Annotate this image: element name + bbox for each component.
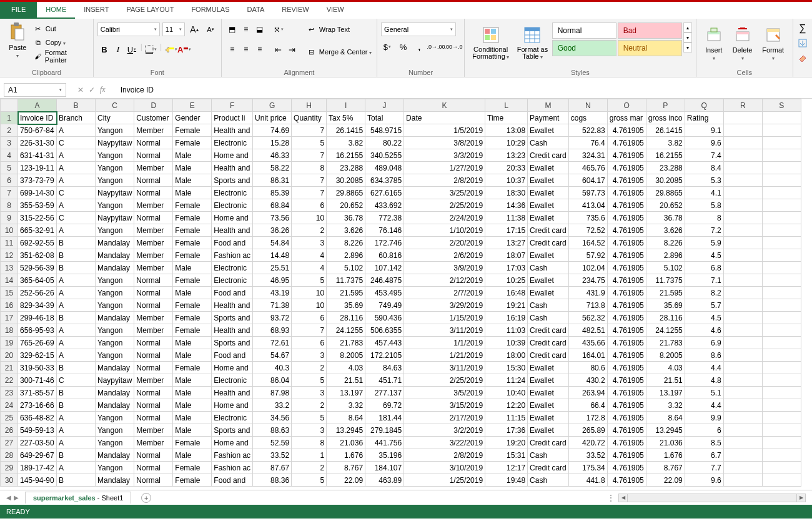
conditional-formatting-button[interactable]: Conditional Formatting [468, 22, 513, 63]
italic-button[interactable]: I [111, 42, 125, 56]
cell[interactable]: 4.761905 [607, 224, 646, 237]
cell[interactable]: 4.1 [685, 187, 723, 199]
cell[interactable]: 30.2085 [327, 174, 365, 187]
row-header[interactable]: 27 [1, 437, 18, 449]
cell[interactable]: 9.1 [685, 124, 723, 137]
align-right-button[interactable]: ≡ [253, 42, 267, 56]
row-header[interactable]: 18 [1, 324, 18, 337]
cell[interactable]: Health and [212, 299, 253, 312]
cell[interactable]: 74.69 [253, 124, 292, 137]
cell[interactable]: B [57, 262, 96, 274]
cell[interactable]: 175.34 [568, 462, 607, 474]
cell[interactable]: 33.52 [253, 449, 292, 462]
col-header-Q[interactable]: Q [685, 99, 723, 112]
cell[interactable]: 604.17 [568, 174, 607, 187]
row-header[interactable]: 1 [1, 112, 18, 124]
cell[interactable]: 58.22 [253, 162, 292, 174]
cell[interactable]: 17:03 [485, 262, 528, 274]
cell[interactable]: 85.39 [253, 187, 292, 199]
cell[interactable]: 18:07 [485, 249, 528, 262]
cell[interactable]: A [57, 349, 96, 362]
row-header[interactable]: 24 [1, 399, 18, 412]
cell[interactable]: 8.5 [685, 437, 723, 449]
row-header[interactable]: 17 [1, 312, 18, 324]
cell[interactable]: Male [173, 149, 212, 162]
cell[interactable] [762, 274, 801, 287]
cell[interactable]: 562.32 [568, 312, 607, 324]
cell[interactable]: 373-73-79 [18, 174, 57, 187]
cell[interactable]: 18:30 [485, 187, 528, 199]
cell[interactable]: 5.3 [685, 174, 723, 187]
cell[interactable]: 6.8 [685, 262, 723, 274]
cell[interactable]: 10:25 [485, 274, 528, 287]
cell[interactable]: 634.3785 [365, 174, 404, 187]
cell[interactable]: 15:31 [485, 449, 528, 462]
cell[interactable]: 299-46-18 [18, 312, 57, 324]
row-header[interactable]: 20 [1, 349, 18, 362]
row-header[interactable]: 28 [1, 449, 18, 462]
cell[interactable]: Fashion ac [212, 462, 253, 474]
cell[interactable]: 3.32 [327, 399, 365, 412]
cell[interactable]: A [57, 224, 96, 237]
row-header[interactable]: 21 [1, 362, 18, 374]
cell[interactable]: A [57, 287, 96, 299]
cell[interactable]: 529-56-39 [18, 262, 57, 274]
cell[interactable]: Ewallet [528, 374, 569, 387]
cell[interactable]: 13:27 [485, 237, 528, 249]
cell[interactable]: 69.72 [365, 399, 404, 412]
cell[interactable]: A [57, 462, 96, 474]
cell[interactable]: Naypyitaw [96, 137, 134, 149]
cell[interactable]: 772.38 [365, 212, 404, 224]
cell[interactable] [723, 324, 762, 337]
cell[interactable]: 3/3/2019 [404, 149, 485, 162]
cell[interactable]: 4.761905 [607, 187, 646, 199]
row-header[interactable]: 14 [1, 274, 18, 287]
cell[interactable]: 1/25/2019 [404, 474, 485, 487]
cell[interactable]: Food and [212, 237, 253, 249]
cell[interactable]: Food and [212, 349, 253, 362]
cell[interactable]: 597.73 [568, 187, 607, 199]
cell[interactable]: 4.761905 [607, 349, 646, 362]
cell[interactable]: 8.767 [327, 462, 365, 474]
cell[interactable]: 549-59-13 [18, 424, 57, 437]
cell[interactable]: 5.1 [685, 387, 723, 399]
percent-format-button[interactable]: % [397, 40, 410, 54]
cell[interactable]: 1/5/2019 [404, 124, 485, 137]
cell[interactable] [723, 399, 762, 412]
cell[interactable]: 506.6355 [365, 324, 404, 337]
cell[interactable]: 20:33 [485, 162, 528, 174]
cell[interactable]: 13.197 [646, 387, 685, 399]
cell[interactable]: 8.2005 [646, 349, 685, 362]
cell[interactable]: 371-85-57 [18, 387, 57, 399]
spreadsheet-grid[interactable]: ABCDEFGHIJKLMNOPQRS1Invoice IDBranchCity… [0, 99, 812, 490]
cell[interactable]: Electronic [212, 274, 253, 287]
cell[interactable]: Home and [212, 399, 253, 412]
cell[interactable]: 68.93 [253, 324, 292, 337]
cell[interactable]: 57.92 [568, 249, 607, 262]
cell[interactable]: Member [134, 249, 173, 262]
cell[interactable]: 4.761905 [607, 387, 646, 399]
cell[interactable]: 4.761905 [607, 424, 646, 437]
format-as-table-button[interactable]: Format as Table [513, 22, 552, 63]
cell[interactable]: 36.78 [327, 212, 365, 224]
underline-button[interactable]: U▾ [125, 42, 139, 56]
cell[interactable]: 2.896 [646, 249, 685, 262]
cell[interactable]: 482.51 [568, 324, 607, 337]
cell[interactable]: A [57, 299, 96, 312]
cell[interactable]: Normal [134, 137, 173, 149]
cell[interactable]: 164.01 [568, 349, 607, 362]
cell[interactable]: 84.63 [365, 362, 404, 374]
cell[interactable]: 3.32 [646, 399, 685, 412]
cell[interactable]: 23.288 [327, 162, 365, 174]
cell[interactable]: 3/9/2019 [404, 262, 485, 274]
cell[interactable]: 2/25/2019 [404, 374, 485, 387]
cell[interactable] [762, 287, 801, 299]
cell[interactable]: 11.7375 [327, 274, 365, 287]
cell[interactable]: 35.196 [365, 449, 404, 462]
cell[interactable]: Rating [685, 112, 723, 124]
tab-view[interactable]: VIEW [318, 2, 353, 19]
cell[interactable]: 86.04 [253, 374, 292, 387]
cell[interactable] [723, 437, 762, 449]
cell[interactable] [723, 387, 762, 399]
cell[interactable]: Invoice ID [18, 112, 57, 124]
